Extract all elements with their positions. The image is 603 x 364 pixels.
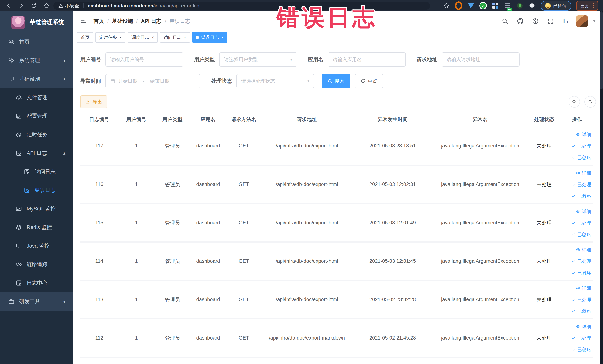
- extension-orange-icon[interactable]: [455, 2, 462, 10]
- extension-plant-icon[interactable]: [516, 2, 523, 10]
- sidebar-item-log-center[interactable]: 日志中心: [0, 274, 73, 292]
- layers-icon: [16, 224, 22, 231]
- mark-processed-link[interactable]: 已处理: [562, 256, 591, 267]
- eye-icon: [16, 261, 22, 268]
- breadcrumb-home[interactable]: 首页: [94, 18, 104, 25]
- help-icon[interactable]: [532, 17, 539, 25]
- mark-processed-link[interactable]: 已处理: [562, 294, 591, 305]
- sidebar-item-trace[interactable]: 链路追踪: [0, 255, 73, 274]
- check-icon: [571, 336, 576, 340]
- search-icon[interactable]: [501, 17, 509, 25]
- app-name-input[interactable]: 请输入应用名: [328, 52, 406, 67]
- tab-error-log[interactable]: 错误日志×: [192, 32, 227, 43]
- back-icon[interactable]: [5, 2, 12, 9]
- mark-ignored-link[interactable]: 已忽略: [562, 267, 591, 279]
- mark-ignored-link[interactable]: 已忽略: [562, 152, 591, 163]
- update-button[interactable]: 更新: [576, 1, 598, 11]
- sidebar-item-redis-monitor[interactable]: Redis 监控: [0, 218, 73, 237]
- extension-blue-icon[interactable]: [467, 2, 475, 10]
- sidebar-item-config-mgmt[interactable]: 配置管理: [0, 107, 73, 125]
- sidebar-item-system-mgmt[interactable]: 系统管理 ▾: [0, 51, 73, 70]
- browser-scrollbar[interactable]: [600, 12, 603, 364]
- reset-button[interactable]: 重置: [355, 74, 383, 88]
- table-header-row: 日志编号 用户编号 用户类型 应用名 请求方法名 请求地址 异常发生时间 异常名…: [80, 112, 593, 127]
- mark-processed-link[interactable]: 已处理: [562, 179, 591, 190]
- user-id-input[interactable]: 请输入用户编号: [105, 52, 183, 67]
- home-icon[interactable]: [43, 2, 50, 9]
- cloud-upload-icon: [16, 94, 22, 101]
- extensions-puzzle-icon[interactable]: [528, 2, 536, 10]
- browser-menu-icon[interactable]: [593, 3, 594, 8]
- sidebar-item-java-monitor[interactable]: Java 监控: [0, 237, 73, 255]
- tab-scheduled-task[interactable]: 定时任务×: [95, 32, 126, 43]
- check-icon: [571, 232, 576, 237]
- user-type-select[interactable]: 请选择用户类型▾: [219, 52, 297, 67]
- close-icon[interactable]: ×: [119, 35, 122, 40]
- mark-ignored-link[interactable]: 已忽略: [562, 229, 591, 240]
- export-button[interactable]: 导出: [80, 95, 107, 108]
- sidebar-item-error-log[interactable]: 错误日志: [0, 181, 73, 200]
- process-status-select[interactable]: 请选择处理状态▾: [236, 74, 314, 88]
- detail-link[interactable]: 详细: [562, 167, 591, 179]
- detail-link[interactable]: 详细: [562, 321, 591, 332]
- caret-down-icon[interactable]: ▼: [592, 19, 596, 23]
- mark-ignored-link[interactable]: 已忽略: [562, 305, 591, 317]
- app-name-label: 应用名: [308, 56, 324, 63]
- process-status-label: 处理状态: [211, 78, 232, 84]
- eye-icon: [576, 286, 580, 290]
- font-size-icon[interactable]: TT: [562, 18, 568, 24]
- tab-schedule-log[interactable]: 调度日志×: [128, 32, 158, 43]
- mark-processed-link[interactable]: 已处理: [562, 332, 591, 344]
- extension-adblock-icon[interactable]: on: [504, 2, 511, 10]
- extension-green-check-icon[interactable]: ✓: [479, 2, 487, 10]
- forward-icon[interactable]: [18, 2, 25, 9]
- tab-home[interactable]: 首页: [77, 32, 93, 43]
- mark-processed-link[interactable]: 已处理: [562, 140, 591, 152]
- bookmark-star-icon[interactable]: [443, 2, 450, 10]
- sidebar-item-infrastructure[interactable]: 基础设施 ▴: [0, 70, 73, 88]
- sidebar-item-home[interactable]: 首页: [0, 33, 73, 51]
- mark-processed-link[interactable]: 已处理: [562, 217, 591, 229]
- detail-link[interactable]: 详细: [562, 206, 591, 217]
- breadcrumb-api-log[interactable]: API 日志: [141, 18, 162, 25]
- fullscreen-icon[interactable]: [547, 17, 554, 25]
- check-icon: [571, 144, 576, 148]
- emoji-avatar: [545, 3, 551, 9]
- sidebar-item-dev-tools[interactable]: 研发工具 ▾: [0, 292, 73, 311]
- toggle-search-button[interactable]: [568, 96, 580, 107]
- user-id-label: 用户编号: [80, 56, 101, 63]
- refresh-table-button[interactable]: [584, 96, 596, 107]
- hamburger-icon[interactable]: [80, 17, 87, 25]
- logo-row[interactable]: 芋道管理系统: [0, 12, 73, 33]
- scrollbar-thumb[interactable]: [600, 12, 603, 89]
- mark-ignored-link[interactable]: 已忽略: [562, 344, 591, 355]
- request-url-input[interactable]: 请输入请求地址: [442, 52, 520, 67]
- check-icon: [571, 309, 576, 313]
- tab-access-log[interactable]: 访问日志×: [160, 32, 190, 43]
- detail-link[interactable]: 详细: [562, 129, 591, 140]
- extension-grid-icon[interactable]: [492, 2, 499, 10]
- mark-ignored-link[interactable]: 已忽略: [562, 190, 591, 202]
- sidebar-item-file-mgmt[interactable]: 文件管理: [0, 88, 73, 107]
- monitor-icon: [8, 76, 14, 82]
- eye-icon: [576, 247, 580, 252]
- profile-paused-pill[interactable]: 已暂停: [541, 1, 571, 11]
- detail-link[interactable]: 详细: [562, 282, 591, 294]
- exception-time-range-picker[interactable]: 开始日期 - 结束日期: [105, 74, 200, 88]
- sidebar-item-scheduled-task[interactable]: 定时任务: [0, 125, 73, 144]
- breadcrumb-infrastructure[interactable]: 基础设施: [112, 18, 133, 25]
- reload-icon[interactable]: [30, 2, 37, 9]
- security-warning-icon[interactable]: 不安全: [58, 3, 79, 9]
- github-icon[interactable]: [516, 17, 524, 25]
- close-icon[interactable]: ×: [221, 35, 224, 40]
- detail-link[interactable]: 详细: [562, 244, 591, 256]
- log-icon: [16, 150, 22, 156]
- close-icon[interactable]: ×: [151, 35, 154, 40]
- check-icon: [571, 155, 576, 160]
- sidebar-item-mysql-monitor[interactable]: MySQL 监控: [0, 200, 73, 218]
- search-button[interactable]: 搜索: [322, 74, 350, 88]
- sidebar-item-api-log[interactable]: API 日志 ▴: [0, 144, 73, 163]
- user-avatar[interactable]: [576, 15, 588, 27]
- close-icon[interactable]: ×: [184, 35, 186, 40]
- sidebar-item-access-log[interactable]: 访问日志: [0, 163, 73, 181]
